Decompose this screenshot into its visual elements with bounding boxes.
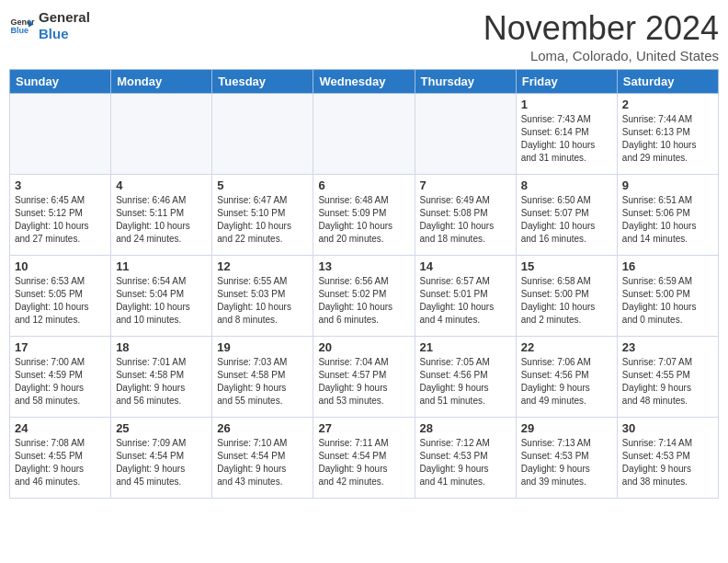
day-info: Sunrise: 7:44 AM Sunset: 6:13 PM Dayligh… [622,113,713,165]
day-info: Sunrise: 6:56 AM Sunset: 5:02 PM Dayligh… [318,275,409,327]
weekday-header: Tuesday [212,70,313,94]
day-number: 10 [15,259,106,273]
day-number: 27 [318,421,409,435]
calendar-header-row: SundayMondayTuesdayWednesdayThursdayFrid… [10,70,719,94]
calendar-day-cell: 10Sunrise: 6:53 AM Sunset: 5:05 PM Dayli… [10,256,111,337]
calendar-week-row: 1Sunrise: 7:43 AM Sunset: 6:14 PM Daylig… [10,94,719,175]
calendar-day-cell [212,94,313,175]
calendar-day-cell: 28Sunrise: 7:12 AM Sunset: 4:53 PM Dayli… [415,418,516,499]
day-info: Sunrise: 6:54 AM Sunset: 5:04 PM Dayligh… [116,275,207,327]
day-info: Sunrise: 6:51 AM Sunset: 5:06 PM Dayligh… [622,194,713,246]
day-info: Sunrise: 7:05 AM Sunset: 4:56 PM Dayligh… [420,356,511,408]
day-number: 11 [116,259,207,273]
day-info: Sunrise: 7:00 AM Sunset: 4:59 PM Dayligh… [15,356,106,408]
weekday-header: Sunday [10,70,111,94]
day-number: 22 [521,340,612,354]
day-info: Sunrise: 6:48 AM Sunset: 5:09 PM Dayligh… [318,194,409,246]
day-number: 8 [521,178,612,192]
page-header: General Blue General Blue November 2024 … [9,9,719,63]
calendar-day-cell: 20Sunrise: 7:04 AM Sunset: 4:57 PM Dayli… [313,337,415,418]
weekday-header: Monday [111,70,212,94]
day-number: 20 [318,340,409,354]
day-number: 5 [217,178,308,192]
svg-text:Blue: Blue [10,26,28,35]
calendar-day-cell: 14Sunrise: 6:57 AM Sunset: 5:01 PM Dayli… [415,256,516,337]
calendar-day-cell: 23Sunrise: 7:07 AM Sunset: 4:55 PM Dayli… [617,337,718,418]
calendar-day-cell [313,94,415,175]
calendar-day-cell: 8Sunrise: 6:50 AM Sunset: 5:07 PM Daylig… [516,175,617,256]
day-number: 24 [15,421,106,435]
calendar-day-cell: 21Sunrise: 7:05 AM Sunset: 4:56 PM Dayli… [415,337,516,418]
day-number: 19 [217,340,308,354]
day-info: Sunrise: 7:10 AM Sunset: 4:54 PM Dayligh… [217,437,308,488]
day-info: Sunrise: 7:12 AM Sunset: 4:53 PM Dayligh… [420,437,511,488]
weekday-header: Wednesday [313,70,415,94]
calendar-day-cell: 15Sunrise: 6:58 AM Sunset: 5:00 PM Dayli… [516,256,617,337]
day-number: 7 [420,178,511,192]
weekday-header: Friday [516,70,617,94]
day-number: 17 [15,340,106,354]
day-number: 3 [15,178,106,192]
calendar-day-cell: 4Sunrise: 6:46 AM Sunset: 5:11 PM Daylig… [111,175,212,256]
day-number: 16 [622,259,713,273]
day-number: 18 [116,340,207,354]
day-number: 2 [622,98,713,111]
calendar-week-row: 10Sunrise: 6:53 AM Sunset: 5:05 PM Dayli… [10,256,719,337]
calendar-week-row: 24Sunrise: 7:08 AM Sunset: 4:55 PM Dayli… [10,418,719,499]
title-section: November 2024 Loma, Colorado, United Sta… [483,9,719,63]
day-info: Sunrise: 6:53 AM Sunset: 5:05 PM Dayligh… [15,275,106,327]
day-number: 26 [217,421,308,435]
day-number: 30 [622,421,713,435]
day-info: Sunrise: 7:04 AM Sunset: 4:57 PM Dayligh… [318,356,409,408]
day-info: Sunrise: 7:09 AM Sunset: 4:54 PM Dayligh… [116,437,207,488]
calendar-day-cell: 25Sunrise: 7:09 AM Sunset: 4:54 PM Dayli… [111,418,212,499]
logo-icon: General Blue [9,13,35,39]
day-info: Sunrise: 7:13 AM Sunset: 4:53 PM Dayligh… [521,437,612,488]
day-number: 21 [420,340,511,354]
day-info: Sunrise: 6:58 AM Sunset: 5:00 PM Dayligh… [521,275,612,327]
day-number: 9 [622,178,713,192]
day-info: Sunrise: 7:07 AM Sunset: 4:55 PM Dayligh… [622,356,713,408]
calendar-day-cell: 11Sunrise: 6:54 AM Sunset: 5:04 PM Dayli… [111,256,212,337]
calendar-day-cell: 27Sunrise: 7:11 AM Sunset: 4:54 PM Dayli… [313,418,415,499]
calendar-day-cell: 12Sunrise: 6:55 AM Sunset: 5:03 PM Dayli… [212,256,313,337]
logo-text-line1: General [39,9,90,26]
calendar-day-cell: 13Sunrise: 6:56 AM Sunset: 5:02 PM Dayli… [313,256,415,337]
calendar-day-cell: 2Sunrise: 7:44 AM Sunset: 6:13 PM Daylig… [617,94,718,175]
calendar-day-cell [111,94,212,175]
day-info: Sunrise: 7:43 AM Sunset: 6:14 PM Dayligh… [521,113,612,165]
calendar-week-row: 3Sunrise: 6:45 AM Sunset: 5:12 PM Daylig… [10,175,719,256]
day-number: 29 [521,421,612,435]
day-number: 6 [318,178,409,192]
calendar-table: SundayMondayTuesdayWednesdayThursdayFrid… [9,69,719,499]
day-info: Sunrise: 6:55 AM Sunset: 5:03 PM Dayligh… [217,275,308,327]
day-info: Sunrise: 6:45 AM Sunset: 5:12 PM Dayligh… [15,194,106,246]
calendar-day-cell: 3Sunrise: 6:45 AM Sunset: 5:12 PM Daylig… [10,175,111,256]
day-info: Sunrise: 7:11 AM Sunset: 4:54 PM Dayligh… [318,437,409,488]
day-number: 15 [521,259,612,273]
calendar-day-cell: 9Sunrise: 6:51 AM Sunset: 5:06 PM Daylig… [617,175,718,256]
calendar-day-cell: 18Sunrise: 7:01 AM Sunset: 4:58 PM Dayli… [111,337,212,418]
day-info: Sunrise: 7:06 AM Sunset: 4:56 PM Dayligh… [521,356,612,408]
day-number: 1 [521,98,612,111]
day-info: Sunrise: 6:57 AM Sunset: 5:01 PM Dayligh… [420,275,511,327]
day-number: 4 [116,178,207,192]
calendar-day-cell: 6Sunrise: 6:48 AM Sunset: 5:09 PM Daylig… [313,175,415,256]
calendar-day-cell: 19Sunrise: 7:03 AM Sunset: 4:58 PM Dayli… [212,337,313,418]
calendar-title: November 2024 [483,9,719,48]
day-info: Sunrise: 7:08 AM Sunset: 4:55 PM Dayligh… [15,437,106,488]
logo-text-line2: Blue [39,26,90,42]
calendar-day-cell: 22Sunrise: 7:06 AM Sunset: 4:56 PM Dayli… [516,337,617,418]
calendar-day-cell: 5Sunrise: 6:47 AM Sunset: 5:10 PM Daylig… [212,175,313,256]
calendar-day-cell: 17Sunrise: 7:00 AM Sunset: 4:59 PM Dayli… [10,337,111,418]
day-number: 13 [318,259,409,273]
weekday-header: Saturday [617,70,718,94]
calendar-day-cell: 29Sunrise: 7:13 AM Sunset: 4:53 PM Dayli… [516,418,617,499]
day-info: Sunrise: 6:46 AM Sunset: 5:11 PM Dayligh… [116,194,207,246]
calendar-day-cell [10,94,111,175]
day-info: Sunrise: 7:01 AM Sunset: 4:58 PM Dayligh… [116,356,207,408]
calendar-day-cell: 16Sunrise: 6:59 AM Sunset: 5:00 PM Dayli… [617,256,718,337]
calendar-subtitle: Loma, Colorado, United States [483,48,719,63]
day-info: Sunrise: 7:14 AM Sunset: 4:53 PM Dayligh… [622,437,713,488]
day-info: Sunrise: 6:47 AM Sunset: 5:10 PM Dayligh… [217,194,308,246]
